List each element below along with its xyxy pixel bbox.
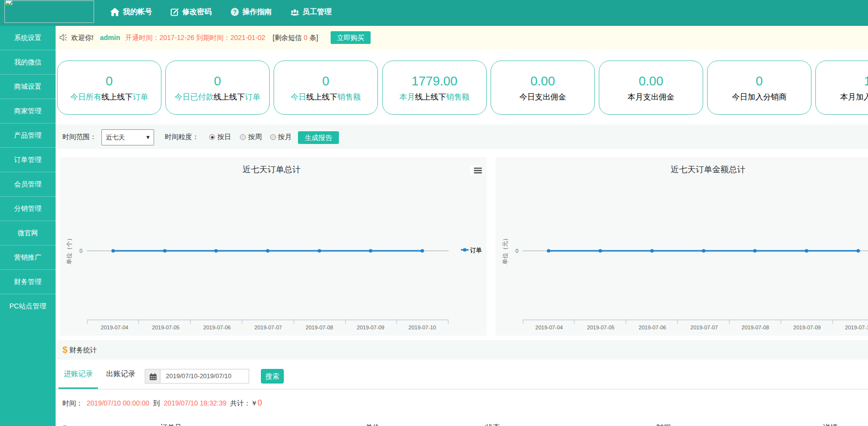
svg-text:2019-07-08: 2019-07-08 [306, 325, 333, 330]
svg-text:2019-07-05: 2019-07-05 [152, 325, 179, 330]
svg-text:2019-07-10: 2019-07-10 [845, 325, 868, 330]
svg-text:0: 0 [515, 248, 518, 254]
svg-text:2019-07-05: 2019-07-05 [587, 325, 614, 330]
svg-text:2019-07-09: 2019-07-09 [357, 325, 384, 330]
svg-text:?: ? [233, 9, 237, 16]
svg-text:近七天订单金额总计: 近七天订单金额总计 [671, 165, 746, 174]
svg-text:2019-07-08: 2019-07-08 [742, 325, 769, 330]
svg-text:2019-07-04: 2019-07-04 [535, 325, 563, 330]
svg-text:单位（元）: 单位（元） [502, 235, 509, 264]
svg-text:2019-07-09: 2019-07-09 [793, 325, 821, 330]
svg-text:0: 0 [79, 248, 82, 254]
svg-text:2019-07-07: 2019-07-07 [255, 325, 282, 330]
svg-text:近七天订单总计: 近七天订单总计 [243, 165, 301, 174]
svg-text:2019-07-06: 2019-07-06 [203, 325, 231, 330]
svg-text:2019-07-04: 2019-07-04 [101, 325, 128, 330]
svg-text:2019-07-06: 2019-07-06 [639, 325, 666, 330]
svg-text:单位（个）: 单位（个） [66, 235, 73, 264]
svg-text:2019-07-10: 2019-07-10 [409, 325, 436, 330]
svg-text:2019-07-07: 2019-07-07 [690, 325, 718, 330]
svg-text:订单: 订单 [470, 247, 482, 254]
